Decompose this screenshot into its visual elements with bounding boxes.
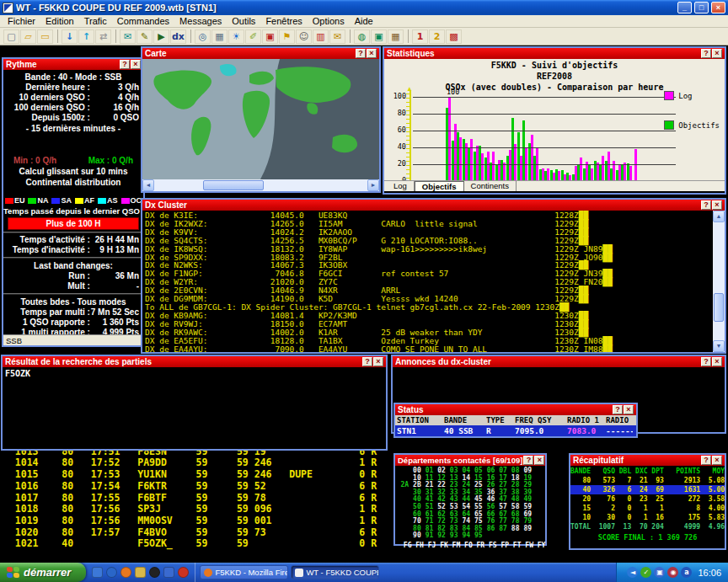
partials-titlebar[interactable]: Résultat de la recherche des partiels ? …	[3, 356, 386, 367]
move-up-button[interactable]: ↑	[78, 29, 94, 44]
help-icon[interactable]: ?	[362, 357, 372, 366]
scrollbar-thumb[interactable]	[203, 180, 264, 190]
tab-log[interactable]: Log	[387, 181, 415, 191]
tip-button[interactable]: ☀	[228, 29, 244, 44]
help-icon[interactable]: ?	[701, 200, 711, 210]
menu-messages[interactable]: Messages	[174, 16, 227, 26]
world-map-button[interactable]: ◍	[354, 29, 370, 44]
network-grid-button[interactable]: ▩	[446, 29, 462, 44]
menu-commandes[interactable]: Commandes	[112, 16, 174, 26]
start-button[interactable]: démarrer	[0, 563, 86, 582]
network-status-icon[interactable]: ▣	[654, 567, 665, 578]
minimize-icon[interactable]: _	[677, 2, 692, 13]
open-log-button[interactable]: ▱	[20, 29, 36, 44]
toolbar-separator	[408, 29, 409, 43]
radio-1-button[interactable]: 1	[412, 29, 428, 44]
scroll-up-icon[interactable]: ▲	[713, 211, 725, 222]
help-icon[interactable]: ?	[701, 49, 711, 58]
dx-vertical-scrollbar[interactable]: ▲ ▼	[713, 211, 725, 352]
clock[interactable]: 16:06	[698, 568, 721, 578]
help-icon[interactable]: ?	[701, 456, 711, 465]
radio-2-button[interactable]: 2	[429, 29, 445, 44]
status-station-row[interactable]: STN140 SSBR7095.07083.0------	[395, 425, 636, 436]
tab-objectifs[interactable]: Objectifs	[415, 181, 464, 191]
status-titlebar[interactable]: Status ? ×	[395, 404, 636, 415]
menu-edition[interactable]: Edition	[40, 16, 79, 26]
stat-label: Depuis 1500z :	[3, 113, 90, 123]
departements-titlebar[interactable]: Départements contactés [69/109] ? ×	[395, 455, 545, 466]
edit-note-button[interactable]: ✎	[136, 29, 153, 44]
close-icon[interactable]: ×	[624, 405, 634, 414]
annonces-titlebar[interactable]: Annonces du dx-cluster ? ×	[393, 356, 725, 367]
menu-options[interactable]: Options	[308, 16, 350, 26]
tab-continents[interactable]: Continents	[464, 181, 517, 191]
rate-monitor-button[interactable]: ▣	[262, 29, 278, 44]
menu-trafic[interactable]: Trafic	[79, 16, 112, 26]
save-log-button[interactable]: ▭	[37, 29, 53, 44]
scroll-down-icon[interactable]: ▼	[713, 340, 725, 352]
help-icon[interactable]: ?	[356, 49, 366, 58]
recapitulatif-titlebar[interactable]: Récapitulatif ? ×	[570, 455, 725, 466]
grab-spot-button[interactable]: ✐	[245, 29, 261, 44]
gab-message-button[interactable]: ✉	[329, 29, 345, 44]
volume-icon[interactable]: ◉	[667, 567, 678, 578]
media-player-icon[interactable]	[149, 567, 160, 578]
security-center-icon[interactable]	[178, 567, 189, 578]
menu-aide[interactable]: Aide	[350, 16, 378, 26]
new-log-button[interactable]: ▢	[3, 29, 19, 44]
show-desktop-icon[interactable]	[92, 567, 103, 578]
menu-outils[interactable]: Outils	[227, 16, 260, 26]
taskbar-button-wintest[interactable]: WT - F5KKD COUPE D...	[291, 565, 379, 579]
close-icon[interactable]: ×	[373, 357, 383, 366]
help-icon[interactable]: ?	[613, 405, 623, 414]
close-icon[interactable]: ×	[712, 456, 722, 465]
dept-92: 92	[436, 532, 448, 540]
partial-match-call[interactable]: F5OZK	[5, 369, 30, 378]
link-stations-button[interactable]: ⇄	[95, 29, 111, 44]
display-settings-icon[interactable]	[163, 567, 174, 578]
move-down-button[interactable]: ↓	[62, 29, 78, 44]
close-icon[interactable]: ×	[712, 49, 722, 58]
help-icon[interactable]: ?	[523, 456, 533, 465]
rythme-window: Rythme ? × Bande : 40 - Mode : SSB Derni…	[2, 57, 145, 347]
statistiques-titlebar[interactable]: Statistiques ? ×	[384, 48, 725, 59]
dx-cluster-button[interactable]: dx	[170, 29, 186, 44]
close-icon[interactable]: ×	[367, 49, 377, 58]
send-spot-button[interactable]: ✉	[120, 29, 136, 44]
status-window-button[interactable]: ▣	[371, 29, 387, 44]
help-icon[interactable]: ?	[701, 357, 711, 366]
internet-browser-icon[interactable]	[106, 567, 117, 578]
help-icon[interactable]: ?	[120, 60, 130, 69]
mail-icon[interactable]	[135, 567, 146, 578]
close-icon[interactable]: ×	[131, 60, 141, 69]
goto-qso-button[interactable]: ▶	[153, 29, 169, 44]
scroll-right-icon[interactable]: ►	[367, 179, 379, 191]
close-icon[interactable]: ×	[712, 357, 722, 366]
carte-titlebar[interactable]: Carte ? ×	[142, 48, 379, 59]
y-tick-label: 20	[398, 159, 406, 168]
security-alerts-icon[interactable]: ✓	[640, 567, 651, 578]
antivirus-icon[interactable]: a	[681, 567, 692, 578]
world-map[interactable]	[142, 59, 379, 179]
grid-square-button[interactable]: ▦	[211, 29, 228, 44]
dx-cluster-titlebar[interactable]: Dx Cluster ? ×	[142, 200, 725, 211]
map-horizontal-scrollbar[interactable]: ◄ ►	[142, 179, 379, 191]
menu-fichier[interactable]: Fichier	[3, 16, 40, 26]
alarm-button[interactable]: ⚑	[279, 29, 295, 44]
close-icon[interactable]: ×	[534, 456, 544, 465]
maximize-icon[interactable]: □	[694, 2, 709, 13]
firefox-icon[interactable]	[120, 567, 131, 578]
taskbar-button-firefox[interactable]: F5KKD - Mozilla Firefox	[200, 565, 288, 579]
rythme-titlebar[interactable]: Rythme ? ×	[3, 59, 143, 70]
close-icon[interactable]: ×	[711, 2, 725, 13]
menu-fenêtres[interactable]: Fenêtres	[260, 16, 307, 26]
scrollbar-thumb[interactable]	[714, 293, 724, 322]
statistics-button[interactable]: ▥	[313, 29, 329, 44]
summary-window-button[interactable]: ▦	[388, 29, 404, 44]
dx-spot-list[interactable]: DX de K3IE: 14045.0 UE83KQ 1228Z██DX de …	[142, 211, 725, 352]
close-icon[interactable]: ×	[712, 200, 722, 210]
check-partial-button[interactable]: ◎	[195, 29, 211, 44]
scroll-left-icon[interactable]: ◄	[142, 179, 154, 191]
hide-icons-icon[interactable]: ◄	[627, 567, 638, 578]
operator-button[interactable]: ☺	[296, 29, 312, 44]
